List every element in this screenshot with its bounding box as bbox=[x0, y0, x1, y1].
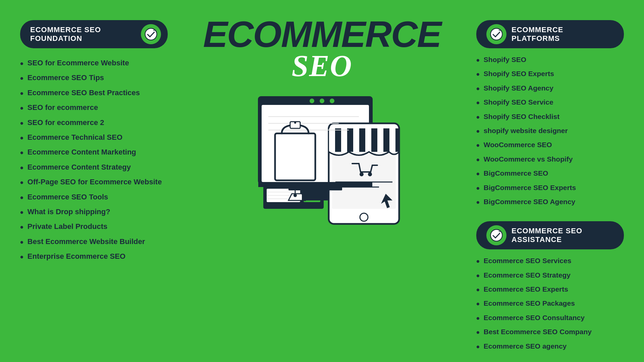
left-column: ECOMMERCE SEO FOUNDATION SEO for Ecommer… bbox=[20, 13, 168, 266]
right-top-section-header: ECOMMERCE PLATFORMS bbox=[476, 20, 624, 48]
right-top-header-text: ECOMMERCE PLATFORMS bbox=[512, 25, 617, 43]
list-item: BigCommerce SEO Experts bbox=[476, 183, 624, 194]
svg-point-26 bbox=[294, 122, 296, 124]
right-top-check-icon bbox=[486, 24, 506, 44]
right-bottom-bullet-list: Ecommerce SEO Services Ecommerce SEO Str… bbox=[476, 256, 624, 353]
svg-point-34 bbox=[293, 194, 297, 197]
list-item: BigCommerce SEO Agency bbox=[476, 197, 624, 208]
list-item: Best Ecommerce SEO Company bbox=[476, 327, 624, 339]
right-bottom-check-icon bbox=[486, 225, 506, 245]
list-item: Off-Page SEO for Ecommerce Website bbox=[20, 177, 168, 189]
list-item: WooCommerce vs Shopify bbox=[476, 155, 624, 166]
list-item: Ecommerce Content Marketing bbox=[20, 147, 168, 159]
list-item: SEO for ecommerce bbox=[20, 103, 168, 114]
list-item: Ecommerce SEO Best Practices bbox=[20, 88, 168, 100]
svg-point-8 bbox=[360, 213, 368, 221]
list-item: WooCommerce SEO bbox=[476, 140, 624, 152]
list-item: Ecommerce SEO Tips bbox=[20, 73, 168, 84]
list-item: Shopify SEO Agency bbox=[476, 83, 624, 95]
list-item: Ecommerce SEO agency bbox=[476, 342, 624, 353]
svg-point-3 bbox=[310, 99, 314, 103]
svg-point-4 bbox=[320, 99, 324, 103]
list-item: Private Label Products bbox=[20, 222, 168, 233]
list-item: Enterprise Ecommerce SEO bbox=[20, 252, 168, 263]
list-item: Ecommerce Content Strategy bbox=[20, 163, 168, 174]
list-item: Ecommerce SEO Experts bbox=[476, 285, 624, 296]
list-item: Ecommerce SEO Tools bbox=[20, 192, 168, 204]
list-item: Ecommerce SEO Strategy bbox=[476, 270, 624, 282]
svg-point-5 bbox=[330, 99, 334, 103]
list-item: What is Drop shipping? bbox=[20, 207, 168, 219]
list-item: Shopify SEO Experts bbox=[476, 69, 624, 80]
list-item: Shopify SEO bbox=[476, 55, 624, 66]
list-item: Ecommerce SEO Packages bbox=[476, 299, 624, 310]
list-item: SEO for Ecommerce Website bbox=[20, 58, 168, 70]
left-header-text: ECOMMERCE SEO FOUNDATION bbox=[30, 25, 101, 43]
list-item: SEO for ecommerce 2 bbox=[20, 118, 168, 129]
svg-rect-35 bbox=[258, 182, 372, 187]
list-item: Ecommerce SEO Services bbox=[476, 256, 624, 267]
svg-rect-24 bbox=[275, 133, 315, 180]
svg-rect-9 bbox=[329, 128, 399, 152]
right-bottom-header-text: ECOMMERCE SEO ASSISTANCE bbox=[512, 227, 617, 244]
list-item: Shopify SEO Service bbox=[476, 98, 624, 109]
sub-title: SEO bbox=[291, 49, 352, 83]
svg-rect-37 bbox=[302, 190, 329, 200]
list-item: shopify website designer bbox=[476, 126, 624, 137]
list-item: Ecommerce SEO Consultancy bbox=[476, 313, 624, 324]
left-section-header: ECOMMERCE SEO FOUNDATION bbox=[20, 20, 168, 48]
svg-rect-36 bbox=[288, 187, 342, 190]
list-item: Best Ecommerce Website Builder bbox=[20, 237, 168, 248]
right-bottom-section-header: ECOMMERCE SEO ASSISTANCE bbox=[476, 221, 624, 249]
illustration bbox=[238, 86, 406, 231]
svg-point-16 bbox=[360, 172, 364, 176]
right-column: ECOMMERCE PLATFORMS Shopify SEO Shopify … bbox=[476, 13, 624, 356]
left-check-icon bbox=[141, 24, 161, 44]
center-column: ECOMMERCE SEO bbox=[168, 13, 476, 231]
list-item: Shopify SEO Checklist bbox=[476, 112, 624, 123]
main-title: ECOMMERCE bbox=[203, 17, 441, 52]
left-bullet-list: SEO for Ecommerce Website Ecommerce SEO … bbox=[20, 58, 168, 263]
main-container: ECOMMERCE SEO FOUNDATION SEO for Ecommer… bbox=[0, 0, 644, 362]
svg-point-17 bbox=[368, 172, 372, 176]
list-item: Ecommerce Technical SEO bbox=[20, 133, 168, 144]
list-item: BigCommerce SEO bbox=[476, 169, 624, 180]
right-top-bullet-list: Shopify SEO Shopify SEO Experts Shopify … bbox=[476, 55, 624, 208]
